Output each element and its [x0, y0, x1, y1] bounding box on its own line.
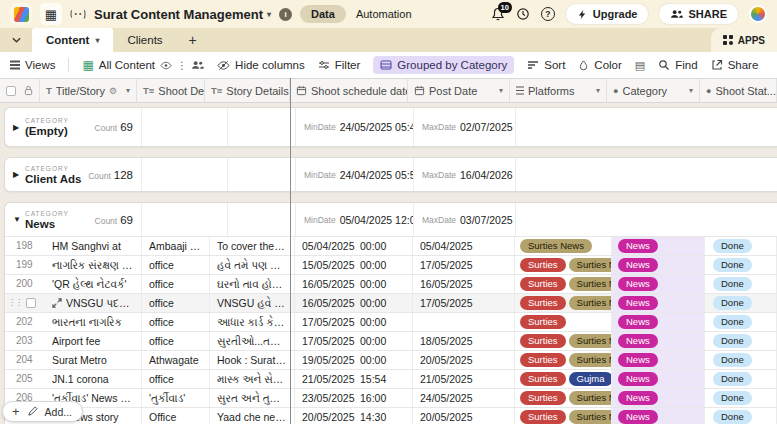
cell-post-date[interactable]: 17/05/2025 [413, 256, 515, 274]
cell-platforms[interactable]: SurtiesSurties New [515, 351, 612, 369]
checkbox[interactable] [26, 298, 36, 308]
cell-category[interactable]: News [612, 313, 705, 331]
row-number[interactable]: 203 [5, 332, 45, 350]
cell-shoot-status[interactable]: Done [705, 256, 777, 274]
cell-title[interactable]: HM Sanghvi at [45, 237, 142, 255]
views-button[interactable]: Views [10, 59, 55, 71]
cell-shoot-schedule[interactable]: 20/05/202514:30 [295, 408, 413, 424]
current-view-button[interactable]: ▦ All Content ⋮ [82, 58, 204, 72]
row-number[interactable]: 199 [5, 256, 45, 274]
row-height-button[interactable]: ▤ [635, 59, 645, 72]
cell-shoot-schedule[interactable]: 15/05/202500:00 [295, 256, 413, 274]
cell-shoot-details[interactable]: office [142, 275, 210, 293]
cell-shoot-status[interactable]: Done [705, 313, 777, 331]
cell-shoot-status[interactable]: Done [705, 408, 777, 424]
cell-title[interactable]: ભારતના નાગરિક [45, 313, 142, 331]
cell-post-date[interactable]: 20/05/2025 [413, 408, 515, 424]
frozen-column-divider[interactable] [290, 78, 291, 424]
cell-category[interactable]: News [612, 351, 705, 369]
cell-post-date[interactable]: 16/05/2025 [413, 275, 515, 293]
group-header[interactable]: ▶ CATEGORY Client Ads Count128 MinDate24… [5, 158, 777, 191]
cell-platforms[interactable]: SurtiesSurties New [515, 408, 612, 424]
cell-platforms[interactable]: SurtiesSurties New [515, 332, 612, 350]
cell-shoot-details[interactable]: office [142, 256, 210, 274]
color-button[interactable]: Color [578, 59, 621, 71]
cell-shoot-schedule[interactable]: 16/05/202500:00 [295, 275, 413, 293]
tab-content[interactable]: Content ▾ [32, 28, 113, 52]
expand-group-icon[interactable]: ▶ [13, 123, 25, 132]
cell-post-date[interactable] [413, 313, 515, 331]
cell-story-details[interactable]: ઘરનો તાવ હોય કે ટેક્સ, એ... [210, 275, 295, 293]
cell-story-details[interactable]: સુરત અને તુર્કીનું કનેક્શનથી ... [210, 389, 295, 407]
cell-post-date[interactable]: 05/04/2025 [413, 237, 515, 255]
share-view-button[interactable]: Share [711, 59, 759, 71]
group-header[interactable]: ▼ CATEGORY News Count69 MinDate05/04/202… [5, 203, 777, 236]
cell-title[interactable]: 'QR હેલ્થ નેટવર્ક' [45, 275, 142, 293]
cell-story-details[interactable]: આધાર કાર્ડ કે પાન કાર્ડ બ... [210, 313, 295, 331]
cell-platforms[interactable]: SurtiesSurties New [515, 275, 612, 293]
apps-button[interactable]: APPS [711, 28, 777, 52]
row-number[interactable]: 198 [5, 237, 45, 255]
table-row-hovered[interactable]: ⋮⋮ VNSGU પદવીદાન office VNSGU હવે વિદ્યા… [5, 293, 777, 312]
cell-shoot-status[interactable]: Done [705, 294, 777, 312]
add-record-button[interactable]: + Add... [2, 401, 83, 422]
expand-record-icon[interactable] [52, 298, 62, 308]
column-header-post-date[interactable]: Post Date ▾ [408, 79, 510, 102]
group-button[interactable]: Grouped by Category [373, 56, 514, 74]
table-row[interactable]: 204 Surat Metro Athwagate Hook : Surat n… [5, 350, 777, 369]
collapse-group-icon[interactable]: ▼ [13, 215, 25, 224]
cell-story-details[interactable]: To cover the HM [210, 237, 295, 255]
cell-post-date[interactable]: 24/05/2025 [413, 389, 515, 407]
cell-shoot-schedule[interactable]: 23/05/202516:00 [295, 389, 413, 407]
column-header-shoot-schedule-date[interactable]: Shoot schedule date ▾ [290, 79, 408, 102]
tab-clients[interactable]: Clients [113, 28, 176, 52]
cell-shoot-status[interactable]: Done [705, 389, 777, 407]
table-row[interactable]: 205 JN.1 corona office માસ્ક અને સેનિટાઇ… [5, 369, 777, 388]
cell-shoot-schedule[interactable]: 05/04/202500:00 [295, 237, 413, 255]
column-header-category[interactable]: ● Category ▾ [607, 79, 700, 102]
cell-platforms[interactable]: SurtiesSurties New [515, 256, 612, 274]
cell-title[interactable]: VNSGU પદવીદાન [45, 294, 142, 312]
cell-category[interactable]: News [612, 275, 705, 293]
cell-shoot-details[interactable]: office [142, 332, 210, 350]
info-icon[interactable]: i [279, 8, 292, 21]
hide-columns-button[interactable]: Hide columns [217, 59, 305, 71]
table-row[interactable]: 206 'તુર્કીવાડ' News Story 'તુર્કીવાડ' સ… [5, 388, 777, 407]
cell-shoot-schedule[interactable]: 21/05/202515:54 [295, 370, 413, 388]
table-list-chevron[interactable] [0, 28, 32, 52]
more-options-icon[interactable]: ⋮ [177, 60, 186, 71]
cell-story-details[interactable]: VNSGU હવે વિદ્યાર્થીઓને ... [210, 294, 295, 312]
table-row[interactable]: 198 HM Sanghvi at Ambaaji Ma... To cover… [5, 236, 777, 255]
cell-shoot-details[interactable]: office [142, 294, 210, 312]
cell-shoot-schedule[interactable]: 17/05/202500:00 [295, 332, 413, 350]
group-header[interactable]: ▶ CATEGORY (Empty) Count69 MinDate24/05/… [5, 108, 777, 146]
cell-shoot-schedule[interactable]: 16/05/202500:00 [295, 294, 413, 312]
cell-shoot-details[interactable]: office [142, 370, 210, 388]
cell-story-details[interactable]: સુરતીઓ...તમને સુરત ઇન્ટર... [210, 332, 295, 350]
column-header-shoot-details[interactable]: T≡ Shoot Deta. [137, 79, 205, 102]
column-header-story-details[interactable]: T≡ Story Details ▾ [205, 79, 290, 102]
sort-button[interactable]: Sort [527, 59, 565, 71]
select-all-header[interactable] [0, 79, 40, 102]
table-row[interactable]: 207 na News story Office Yaad che ne 202… [5, 407, 777, 424]
cell-shoot-status[interactable]: Done [705, 275, 777, 293]
table-row[interactable]: 202 ભારતના નાગરિક office આધાર કાર્ડ કે પ… [5, 312, 777, 331]
cell-shoot-details[interactable]: Athwagate [142, 351, 210, 369]
cell-shoot-status[interactable]: Done [705, 351, 777, 369]
cell-shoot-status[interactable]: Done [705, 237, 777, 255]
history-button[interactable] [516, 7, 530, 21]
chevron-down-icon[interactable]: ▾ [126, 86, 130, 95]
table-row[interactable]: 199 નાગરિક સંરક્ષણ દળ office હવે તમે પણ … [5, 255, 777, 274]
airtable-logo[interactable] [10, 3, 32, 25]
find-button[interactable]: Find [658, 59, 697, 71]
tab-data[interactable]: Data [300, 5, 346, 23]
share-button-topbar[interactable]: SHARE [659, 4, 738, 24]
cell-shoot-status[interactable]: Done [705, 332, 777, 350]
cell-shoot-details[interactable]: Ambaaji Ma... [142, 237, 210, 255]
cell-shoot-schedule[interactable]: 19/05/202500:00 [295, 351, 413, 369]
cell-category[interactable]: News [612, 389, 705, 407]
base-title[interactable]: Surat Content Management ▾ [94, 7, 271, 22]
cell-category[interactable]: News [612, 237, 705, 255]
cell-category[interactable]: News [612, 256, 705, 274]
help-button[interactable]: ? [541, 7, 555, 21]
